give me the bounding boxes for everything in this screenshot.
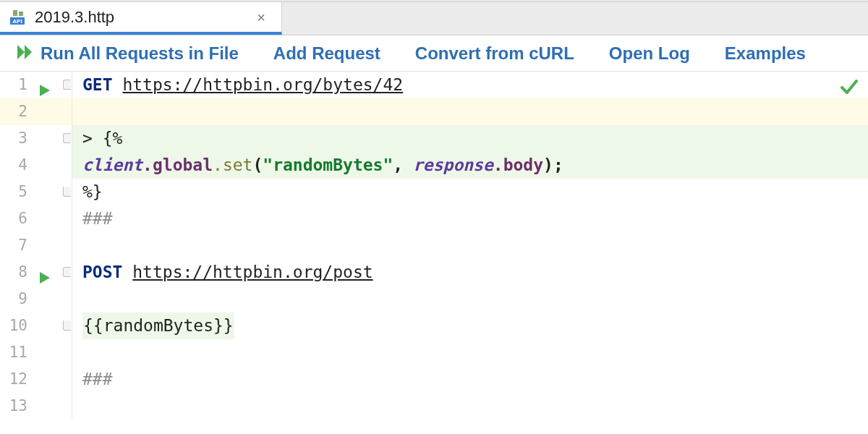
line-number: 5 <box>0 179 32 205</box>
run-all-button[interactable]: Run All Requests in File <box>17 43 239 64</box>
fold-marker-icon[interactable] <box>63 320 71 331</box>
svg-text:API: API <box>12 18 22 25</box>
examples-button[interactable]: Examples <box>725 43 806 64</box>
line-number: 10 <box>0 312 32 339</box>
fold-marker-icon[interactable] <box>63 133 71 143</box>
line-number: 6 <box>0 205 32 232</box>
svg-rect-2 <box>13 10 17 16</box>
code-line: client.global.set("randomBytes", respons… <box>72 152 868 179</box>
line-number: 12 <box>0 366 32 393</box>
line-number: 2 <box>0 98 32 125</box>
line-number: 1 <box>0 72 32 98</box>
inspection-ok-icon[interactable] <box>841 76 858 103</box>
examples-label: Examples <box>725 43 806 64</box>
code-area[interactable]: GET https://httpbin.org/bytes/42 > {% cl… <box>72 72 868 420</box>
http-method: POST <box>82 259 122 286</box>
code-line <box>72 286 868 312</box>
add-request-label: Add Request <box>273 43 380 64</box>
http-method: GET <box>82 72 113 98</box>
add-request-button[interactable]: Add Request <box>273 43 380 64</box>
editor[interactable]: 1 2 3 4 5 6 7 8 <box>0 72 868 420</box>
url[interactable]: https://httpbin.org/bytes/42 <box>122 72 403 98</box>
open-log-button[interactable]: Open Log <box>609 43 690 64</box>
open-log-label: Open Log <box>609 43 690 64</box>
fold-marker-icon[interactable] <box>63 80 71 90</box>
line-number: 8 <box>0 259 32 286</box>
code-line: {{randomBytes}} <box>72 312 868 339</box>
script-close: %} <box>82 179 103 205</box>
gutter: 1 2 3 4 5 6 7 8 <box>0 72 72 420</box>
tab-active[interactable]: API 2019.3.http × <box>0 2 282 35</box>
code-line: ### <box>72 205 868 232</box>
variable-ref: {{randomBytes}} <box>83 316 234 335</box>
tab-title: 2019.3.http <box>35 8 247 27</box>
code-line <box>72 98 868 125</box>
svg-rect-3 <box>19 12 23 16</box>
run-all-label: Run All Requests in File <box>41 43 239 64</box>
code-line: > {% <box>72 125 868 152</box>
url[interactable]: https://httpbin.org/post <box>132 259 373 286</box>
toolbar: Run All Requests in File Add Request Con… <box>0 35 868 72</box>
separator: ### <box>82 366 113 393</box>
run-all-icon <box>17 43 35 64</box>
line-number: 4 <box>0 152 32 179</box>
api-file-icon: API <box>10 10 27 25</box>
code-line <box>72 232 868 259</box>
line-number: 3 <box>0 125 32 152</box>
line-number: 9 <box>0 286 32 312</box>
fold-marker-icon[interactable] <box>63 187 71 197</box>
separator: ### <box>82 205 113 232</box>
tab-bar: API 2019.3.http × <box>0 2 868 35</box>
fold-marker-icon[interactable] <box>63 267 71 277</box>
line-number: 11 <box>0 339 32 366</box>
convert-curl-label: Convert from cURL <box>415 43 574 64</box>
code-line: GET https://httpbin.org/bytes/42 <box>72 72 868 98</box>
script-open: > {% <box>82 125 122 152</box>
line-number: 13 <box>0 393 32 420</box>
close-icon[interactable]: × <box>254 10 268 25</box>
code-line: POST https://httpbin.org/post <box>72 259 868 286</box>
line-number: 7 <box>0 232 32 259</box>
code-line <box>72 393 868 420</box>
convert-curl-button[interactable]: Convert from cURL <box>415 43 574 64</box>
code-line: %} <box>72 179 868 205</box>
code-line: ### <box>72 366 868 393</box>
code-line <box>72 339 868 366</box>
